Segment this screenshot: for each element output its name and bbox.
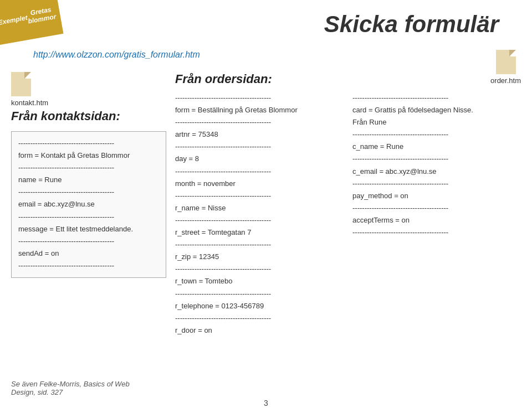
form-line: sendAd = on bbox=[18, 247, 159, 260]
form-line: email = abc.xyz@lnu.se bbox=[18, 198, 159, 210]
url-link[interactable]: http://www.olzzon.com/gratis_formular.ht… bbox=[33, 50, 200, 60]
form-line: r_telephone = 0123-456789 bbox=[175, 300, 344, 312]
form-line: ---------------------------------------- bbox=[175, 141, 344, 153]
form-line: month = november bbox=[175, 178, 344, 190]
form-line: name = Rune bbox=[18, 174, 159, 186]
form-line: ---------------------------------------- bbox=[352, 92, 521, 104]
right-area: Från ordersidan: -----------------------… bbox=[175, 66, 521, 391]
form-line: c_email = abc.xyz@lnu.se bbox=[352, 166, 521, 178]
main-layout: kontakt.htm Från kontaktsidan: ---------… bbox=[0, 66, 532, 391]
form-line: ---------------------------------------- bbox=[18, 186, 159, 198]
form-line: artnr = 75348 bbox=[175, 128, 344, 141]
form-line: ---------------------------------------- bbox=[18, 235, 159, 247]
form-line: ---------------------------------------- bbox=[175, 190, 344, 202]
page-title: Skicka formulär bbox=[324, 11, 499, 38]
form-line: ---------------------------------------- bbox=[175, 166, 344, 178]
badge-text: Exemplet bbox=[0, 14, 28, 27]
form-line: ---------------------------------------- bbox=[175, 214, 344, 226]
form-line: ---------------------------------------- bbox=[175, 288, 344, 300]
form-line: ---------------------------------------- bbox=[352, 226, 521, 239]
form-line: message = Ett litet testmeddelande. bbox=[18, 223, 159, 235]
form-line: ---------------------------------------- bbox=[175, 239, 344, 251]
kontakt-file-icon bbox=[11, 72, 31, 96]
form-line: ---------------------------------------- bbox=[352, 128, 521, 141]
right-column: ----------------------------------------… bbox=[352, 92, 521, 391]
form-line: r_name = Nisse bbox=[175, 202, 344, 214]
page-number: 3 bbox=[264, 399, 268, 407]
left-form-box: ----------------------------------------… bbox=[11, 131, 166, 278]
form-line: c_name = Rune bbox=[352, 141, 521, 153]
footer-note: Se även Felke-Morris, Basics of Web Desi… bbox=[11, 380, 144, 396]
columns-area: ----------------------------------------… bbox=[175, 92, 521, 391]
form-line: ---------------------------------------- bbox=[175, 312, 344, 324]
form-line: Från Rune bbox=[352, 116, 521, 128]
badge-text2: Gretas blommor bbox=[26, 5, 57, 25]
form-line: form = Beställning på Gretas Blommor bbox=[175, 104, 344, 116]
form-line: ---------------------------------------- bbox=[18, 211, 159, 223]
form-line: form = Kontakt på Gretas Blommor bbox=[18, 149, 159, 162]
form-line: ---------------------------------------- bbox=[18, 162, 159, 174]
form-line: acceptTerms = on bbox=[352, 214, 521, 226]
middle-column: ----------------------------------------… bbox=[175, 92, 344, 391]
form-line: card = Grattis på födelsedagen Nisse. bbox=[352, 104, 521, 116]
form-line: r_town = Tomtebo bbox=[175, 275, 344, 287]
form-line: ---------------------------------------- bbox=[352, 153, 521, 165]
form-line: ---------------------------------------- bbox=[18, 260, 159, 272]
form-line: r_door = on bbox=[175, 324, 344, 337]
form-line: ---------------------------------------- bbox=[352, 202, 521, 214]
form-line: day = 8 bbox=[175, 153, 344, 165]
left-section-title: Från kontaktsidan: bbox=[11, 109, 166, 123]
form-line: pay_method = on bbox=[352, 190, 521, 202]
left-column: kontakt.htm Från kontaktsidan: ---------… bbox=[11, 66, 166, 391]
form-line: r_zip = 12345 bbox=[175, 251, 344, 263]
kontakt-file-label: kontakt.htm bbox=[11, 99, 166, 107]
form-line: ---------------------------------------- bbox=[175, 92, 344, 104]
form-line: ---------------------------------------- bbox=[352, 178, 521, 190]
form-line: ---------------------------------------- bbox=[18, 137, 159, 149]
exemplet-badge: Exemplet Gretas blommor bbox=[0, 0, 63, 45]
form-line: ---------------------------------------- bbox=[175, 116, 344, 128]
form-line: r_street = Tomtegatan 7 bbox=[175, 226, 344, 239]
middle-section-title: Från ordersidan: bbox=[175, 66, 521, 86]
form-line: ---------------------------------------- bbox=[175, 263, 344, 275]
